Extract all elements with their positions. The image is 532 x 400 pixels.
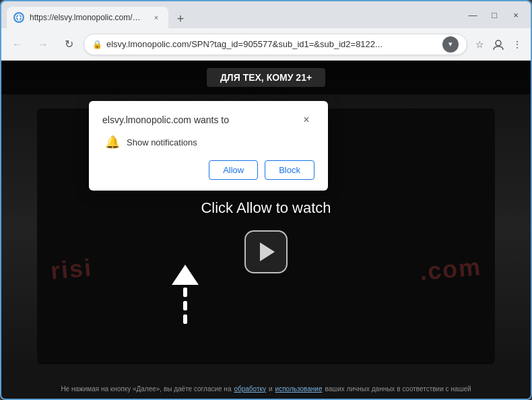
menu-icon[interactable]: ⋮ <box>509 36 525 53</box>
close-button[interactable]: × <box>506 5 525 24</box>
tab-close-button[interactable]: × <box>151 12 162 23</box>
site-top-banner: ДЛЯ ТЕХ, КОМУ 21+ <box>1 61 531 94</box>
popup-close-button[interactable]: × <box>298 112 314 128</box>
dash-3 <box>183 314 187 324</box>
tab-area: https://elsvy.lmonopolic.com/SP... × + <box>7 1 461 28</box>
site-bottom-bar: Не нажимая на кнопку «Далее», вы даёте с… <box>1 378 531 399</box>
svg-point-2 <box>496 40 501 46</box>
refresh-button[interactable]: ↻ <box>58 34 79 55</box>
popup-notification-text: Show notifications <box>127 137 197 147</box>
window-controls: — □ × <box>463 5 525 24</box>
watermark-left: risi <box>49 253 93 285</box>
address-right-icons: ▾ <box>442 36 459 53</box>
bottom-bar-text3: ваших личных данных в соответствии с наш… <box>325 385 471 393</box>
active-tab[interactable]: https://elsvy.lmonopolic.com/SP... × <box>7 7 168 28</box>
banner-text: ДЛЯ ТЕХ, КОМУ 21+ <box>207 68 325 87</box>
page-content: ДЛЯ ТЕХ, КОМУ 21+ risi .com Click Allow … <box>1 61 531 399</box>
arrow-dashed <box>183 288 187 324</box>
tab-favicon <box>13 12 24 23</box>
popup-buttons: Allow Block <box>102 160 314 180</box>
popup-notification-row: 🔔 Show notifications <box>102 135 314 149</box>
browser-window: https://elsvy.lmonopolic.com/SP... × + —… <box>1 1 531 399</box>
notification-popup: elsvy.lmonopolic.com wants to × 🔔 Show n… <box>89 101 328 191</box>
lock-icon: 🔒 <box>92 40 102 49</box>
dash-1 <box>183 288 187 297</box>
url-text: elsvy.lmonopolic.com/SPN?tag_id=905577&s… <box>106 39 438 49</box>
bottom-bar-link1[interactable]: обработку <box>234 385 266 393</box>
dropdown-arrow-icon[interactable]: ▾ <box>442 36 459 53</box>
play-button[interactable] <box>244 230 288 273</box>
bottom-bar-text2: и <box>269 385 273 393</box>
dash-2 <box>183 301 187 310</box>
forward-button[interactable]: → <box>32 34 54 55</box>
address-bar[interactable]: 🔒 elsvy.lmonopolic.com/SPN?tag_id=905577… <box>84 34 467 55</box>
arrow-solid <box>172 265 199 285</box>
new-tab-button[interactable]: + <box>171 9 190 28</box>
maximize-button[interactable]: □ <box>485 5 504 24</box>
tab-title: https://elsvy.lmonopolic.com/SP... <box>30 13 145 22</box>
video-overlay-text: Click Allow to watch <box>201 199 331 217</box>
bottom-bar-text: Не нажимая на кнопку «Далее», вы даёте с… <box>61 385 231 393</box>
bell-icon: 🔔 <box>105 135 120 149</box>
block-button[interactable]: Block <box>265 160 314 180</box>
bottom-bar-link2[interactable]: использование <box>275 385 323 393</box>
bookmark-icon[interactable]: ☆ <box>471 36 488 53</box>
toolbar-icons: ☆ ⋮ <box>471 36 525 53</box>
popup-header: elsvy.lmonopolic.com wants to × <box>102 112 314 128</box>
popup-title: elsvy.lmonopolic.com wants to <box>102 114 229 125</box>
allow-button[interactable]: Allow <box>209 160 258 180</box>
back-button[interactable]: ← <box>7 34 28 55</box>
arrow-container <box>172 265 199 324</box>
play-button-container <box>244 230 288 273</box>
minimize-button[interactable]: — <box>463 5 482 24</box>
watermark-right: .com <box>418 253 482 286</box>
title-bar: https://elsvy.lmonopolic.com/SP... × + —… <box>1 1 531 28</box>
address-bar-row: ← → ↻ 🔒 elsvy.lmonopolic.com/SPN?tag_id=… <box>1 28 531 61</box>
profile-icon[interactable] <box>490 36 506 53</box>
play-triangle-icon <box>260 242 275 261</box>
